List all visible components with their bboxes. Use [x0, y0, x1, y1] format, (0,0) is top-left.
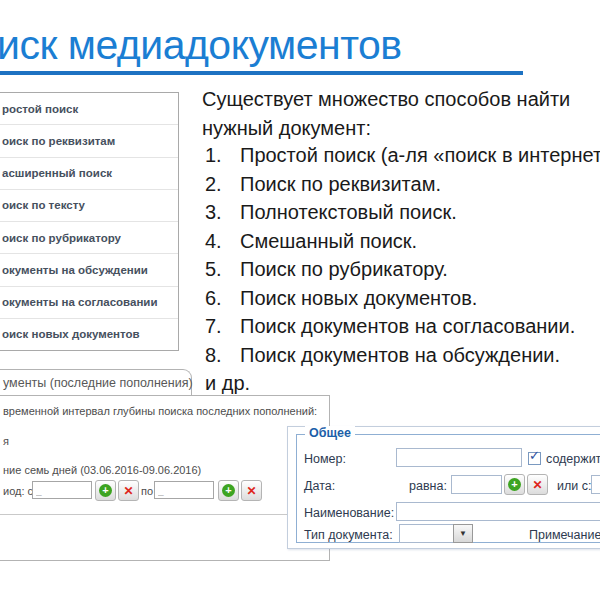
date-calendar-button[interactable]: +: [504, 474, 525, 495]
doc-type-select[interactable]: [399, 524, 454, 543]
list-item-number: 2.: [205, 173, 240, 196]
plus-icon: +: [222, 484, 235, 497]
recent-docs-tab[interactable]: ументы (последние пополнения): [0, 369, 192, 395]
list-item-text: Поиск по реквизитам.: [240, 173, 441, 196]
date-label: Дата:: [304, 479, 335, 493]
list-item: 4. Смешанный поиск.: [205, 230, 600, 259]
list-item: 2. Поиск по реквизитам.: [205, 173, 600, 202]
contains-checkbox[interactable]: ✓: [528, 452, 541, 465]
menu-item-docs-under-discussion[interactable]: окументы на обсуждении: [0, 254, 178, 286]
checkmark-icon: ✓: [529, 448, 540, 463]
search-menu: ростой поиск оиск по реквизитам асширенн…: [0, 92, 179, 351]
list-item-number: 4.: [205, 230, 240, 253]
search-methods-list: 1. Простой поиск (а-ля «поиск в интернет…: [205, 144, 600, 372]
contains-label: содержит: [546, 452, 600, 466]
seven-days-option-label: ние семь дней (03.06.2016-09.06.2016): [3, 464, 201, 476]
slide: иск медиадокументов ростой поиск оиск по…: [0, 0, 600, 600]
doc-type-dropdown-button[interactable]: ▼: [453, 524, 473, 543]
list-footer: и др.: [205, 372, 250, 395]
list-item-text: Простой поиск (а-ля «поиск в интернете»)…: [240, 144, 600, 167]
list-item: 6. Поиск новых документов.: [205, 287, 600, 316]
doc-type-label: Тип документа:: [304, 528, 393, 542]
title-underline: [0, 71, 523, 75]
list-item-text: Смешанный поиск.: [240, 230, 417, 253]
number-input[interactable]: [396, 448, 522, 467]
panel-divider: [0, 514, 329, 515]
period-to-label: по: [141, 485, 153, 497]
close-icon: ✕: [246, 485, 256, 497]
list-item-number: 3.: [205, 201, 240, 224]
intro-line-2: нужный документ:: [202, 114, 570, 143]
date-clear-button[interactable]: ✕: [527, 474, 548, 495]
list-item: 3. Полнотекстовый поиск.: [205, 201, 600, 230]
depth-interval-prompt: временной интервал глубины поиска послед…: [3, 405, 317, 417]
option-text-fragment: я: [3, 435, 9, 447]
date-or-from-label: или с:: [557, 479, 591, 493]
close-icon: ✕: [532, 479, 542, 491]
list-item-number: 8.: [205, 344, 240, 367]
menu-item-docs-under-approval[interactable]: окументы на согласовании: [0, 287, 178, 319]
menu-item-rubricator-search[interactable]: оиск по рубрикатору: [0, 222, 178, 254]
general-panel: Общее Номер: ✓ содержит Дата: равна: + ✕…: [287, 426, 600, 549]
general-legend: Общее: [305, 426, 355, 440]
date-from-input[interactable]: [591, 475, 600, 494]
list-item-text: Полнотекстовый поиск.: [240, 201, 457, 224]
period-to-input[interactable]: [154, 481, 214, 499]
number-label: Номер:: [304, 452, 346, 466]
name-label: Наименование:: [304, 506, 394, 520]
date-equals-label: равна:: [409, 479, 447, 493]
list-item-number: 5.: [205, 258, 240, 281]
menu-item-search-by-attributes[interactable]: оиск по реквизитам: [0, 125, 178, 157]
plus-icon: +: [508, 478, 521, 491]
list-item-text: Поиск документов на обсуждении.: [240, 344, 560, 367]
note-label: Примечание:: [529, 528, 600, 542]
list-item: 5. Поиск по рубрикатору.: [205, 258, 600, 287]
menu-item-text-search[interactable]: оиск по тексту: [0, 190, 178, 222]
page-title: иск медиадокументов: [0, 22, 402, 69]
plus-icon: +: [99, 484, 112, 497]
list-item-number: 1.: [205, 144, 240, 167]
list-item: 8. Поиск документов на обсуждении.: [205, 344, 600, 373]
period-to-clear-button[interactable]: ✕: [241, 480, 262, 501]
period-to-calendar-button[interactable]: +: [218, 480, 239, 501]
close-icon: ✕: [123, 485, 133, 497]
recent-docs-panel: временной интервал глубины поиска послед…: [0, 395, 330, 561]
name-input[interactable]: [396, 502, 600, 521]
list-item-number: 7.: [205, 315, 240, 338]
period-from-clear-button[interactable]: ✕: [118, 480, 139, 501]
period-from-calendar-button[interactable]: +: [95, 480, 116, 501]
intro-paragraph: Существует множество способов найти нужн…: [202, 85, 570, 142]
list-item-text: Поиск новых документов.: [240, 287, 477, 310]
menu-item-advanced-search[interactable]: асширенный поиск: [0, 158, 178, 190]
menu-item-new-docs-search[interactable]: оиск новых документов: [0, 319, 178, 350]
list-item-text: Поиск документов на согласовании.: [240, 315, 575, 338]
date-equals-input[interactable]: [451, 475, 502, 494]
list-item-number: 6.: [205, 287, 240, 310]
list-item-text: Поиск по рубрикатору.: [240, 258, 448, 281]
chevron-down-icon: ▼: [459, 529, 467, 538]
period-from-input[interactable]: [32, 481, 92, 499]
intro-line-1: Существует множество способов найти: [202, 85, 570, 114]
list-item: 7. Поиск документов на согласовании.: [205, 315, 600, 344]
list-item: 1. Простой поиск (а-ля «поиск в интернет…: [205, 144, 600, 173]
menu-item-simple-search[interactable]: ростой поиск: [0, 93, 178, 125]
period-from-label: иод: с: [3, 485, 33, 497]
